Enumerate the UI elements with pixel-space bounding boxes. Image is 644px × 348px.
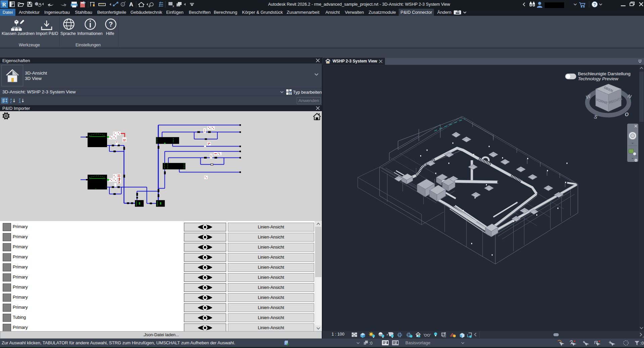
- svg-text:O: O: [624, 111, 630, 118]
- svg-text:?: ?: [109, 20, 113, 28]
- svg-text:S: S: [593, 114, 598, 120]
- svg-text:Z: Z: [10, 100, 12, 103]
- svg-text:R: R: [2, 1, 6, 8]
- svg-text:?: ?: [593, 2, 596, 7]
- svg-text::0: :0: [640, 341, 644, 346]
- svg-text::0: :0: [369, 341, 373, 346]
- svg-text:A: A: [19, 100, 21, 103]
- svg-text:N: N: [627, 93, 633, 100]
- svg-text:Technology Preview: Technology Preview: [578, 76, 619, 81]
- svg-text:Beschleunigte Darstellung: Beschleunigte Darstellung: [578, 71, 631, 76]
